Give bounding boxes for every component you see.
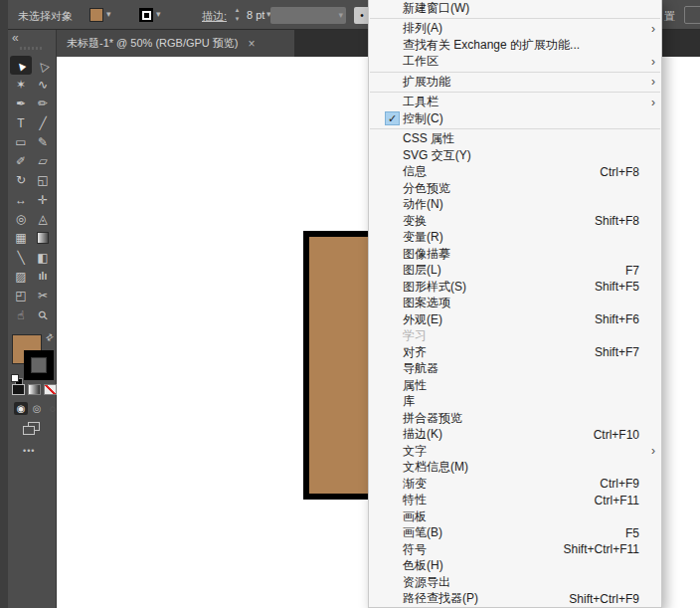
menu-item[interactable]: 新建窗口(W): [369, 0, 661, 17]
selection-tool[interactable]: ▲: [10, 56, 32, 75]
none-button[interactable]: [44, 384, 57, 395]
shape-builder-tool[interactable]: ◎: [10, 209, 32, 228]
menu-item[interactable]: 符号 Shift+Ctrl+F11: [369, 541, 661, 558]
screen-mode-button[interactable]: [23, 422, 41, 436]
artboard-tool[interactable]: ◰: [10, 287, 32, 305]
menu-separator: [370, 92, 660, 93]
menu-item-label: 新建窗口(W): [403, 0, 469, 17]
width-tool[interactable]: ↔: [10, 190, 32, 209]
menu-item[interactable]: 渐变 Ctrl+F9: [369, 476, 661, 493]
menu-item[interactable]: 排列(A) ›: [369, 21, 661, 38]
paintbrush-tool[interactable]: ✎: [32, 132, 54, 151]
pen-tool[interactable]: ✒: [10, 95, 32, 113]
scale-tool[interactable]: ◱: [32, 171, 54, 190]
menu-item[interactable]: 变量(R): [369, 230, 661, 247]
menu-item[interactable]: 属性: [369, 377, 661, 394]
draw-inside-button[interactable]: ◌: [46, 402, 60, 415]
menu-item[interactable]: 导航器: [369, 361, 661, 378]
chevron-down-icon[interactable]: ▾: [156, 9, 161, 19]
stroke-weight-stepper[interactable]: ▴ ▾: [233, 5, 242, 23]
menu-item[interactable]: 拼合器预览: [369, 410, 661, 427]
type-tool[interactable]: T: [10, 113, 32, 132]
rotate-tool[interactable]: ↻: [10, 171, 32, 190]
color-button[interactable]: [12, 384, 25, 395]
menu-item-label: 导航器: [403, 360, 438, 377]
artboard-tool-icon: ◰: [15, 289, 26, 303]
menu-item[interactable]: 文字 ›: [369, 443, 661, 460]
hand-tool[interactable]: ☝: [10, 305, 32, 324]
puppet-warp-tool[interactable]: ✛: [32, 190, 54, 209]
screen-mode-icon: [23, 426, 35, 435]
width-profile-dropdown[interactable]: ▾: [270, 7, 346, 24]
draw-behind-button[interactable]: ◎: [30, 402, 44, 415]
stroke-weight-value[interactable]: 8 pt: [247, 9, 264, 21]
eyedropper-tool[interactable]: ╲: [10, 248, 32, 267]
menu-item-shortcut: Ctrl+F9: [600, 477, 639, 491]
eraser-tool[interactable]: ▱: [32, 151, 54, 170]
mesh-tool[interactable]: ▦: [10, 229, 32, 248]
menu-item[interactable]: 动作(N): [369, 197, 661, 214]
collapse-panel-icon[interactable]: «: [12, 31, 19, 45]
draw-normal-button[interactable]: ◉: [14, 402, 28, 415]
line-segment-tool[interactable]: ╱: [32, 113, 54, 132]
curvature-tool[interactable]: ✏: [32, 95, 54, 113]
menu-item[interactable]: SVG 交互(Y): [369, 147, 661, 164]
menu-item[interactable]: 文档信息(M): [369, 460, 661, 477]
magic-wand-tool[interactable]: ✶: [10, 75, 32, 94]
menu-item[interactable]: 信息 Ctrl+F8: [369, 164, 661, 181]
menu-item[interactable]: 对齐 Shift+F7: [369, 344, 661, 361]
gradient-tool[interactable]: [32, 229, 54, 248]
preferences-button-stub[interactable]: [684, 6, 700, 24]
menu-item[interactable]: 色板(H): [369, 558, 661, 575]
menu-item[interactable]: 资源导出: [369, 574, 661, 591]
lasso-tool[interactable]: ∿: [32, 75, 54, 94]
stepper-down-icon[interactable]: ▾: [236, 14, 240, 23]
menu-item[interactable]: ✓ 控制(C): [369, 110, 661, 127]
menu-item[interactable]: 图案选项: [369, 296, 661, 312]
menu-item[interactable]: 画笔(B) F5: [369, 525, 661, 542]
close-icon[interactable]: ×: [249, 37, 256, 51]
menu-item[interactable]: 外观(E) Shift+F6: [369, 311, 661, 328]
line-segment-tool-icon: ╱: [39, 116, 46, 130]
stepper-up-icon[interactable]: ▴: [236, 5, 240, 14]
stroke-color-swatch[interactable]: [139, 8, 153, 22]
menu-item[interactable]: 描边(K) Ctrl+F10: [369, 427, 661, 444]
fill-color-swatch[interactable]: [89, 8, 103, 22]
rectangle-tool[interactable]: ▭: [10, 132, 32, 151]
panel-grip[interactable]: [20, 47, 44, 50]
stroke-weight-label[interactable]: 描边:: [202, 9, 227, 24]
menu-item[interactable]: 扩展功能 ›: [369, 74, 661, 91]
document-setup-partial-label[interactable]: 置: [664, 9, 675, 24]
menu-item[interactable]: 查找有关 Exchange 的扩展功能...: [369, 37, 661, 54]
zoom-tool[interactable]: ⚲: [32, 305, 54, 324]
menu-item[interactable]: 图形样式(S) Shift+F5: [369, 279, 661, 296]
slice-tool-icon: ✂: [38, 289, 48, 303]
document-tab[interactable]: 未标题-1* @ 50% (RGB/GPU 预览) ×: [57, 30, 294, 57]
menu-item[interactable]: 画板: [369, 508, 661, 525]
shaper-tool[interactable]: ✐: [10, 151, 32, 170]
rectangle-tool-icon: ▭: [15, 135, 26, 149]
symbol-sprayer-tool[interactable]: ▨: [10, 267, 32, 286]
menu-item[interactable]: 图层(L) F7: [369, 263, 661, 280]
menu-item[interactable]: 库: [369, 394, 661, 411]
menu-item[interactable]: 工作区 ›: [369, 54, 661, 71]
menu-item[interactable]: 分色预览: [369, 180, 661, 197]
perspective-grid-tool[interactable]: ◬: [32, 209, 54, 228]
column-graph-tool[interactable]: ılı: [32, 267, 54, 286]
direct-selection-tool[interactable]: △: [32, 56, 54, 75]
menu-item[interactable]: 工具栏 ›: [369, 95, 661, 111]
menu-item[interactable]: 图像描摹: [369, 246, 661, 263]
stroke-swatch[interactable]: [24, 350, 54, 380]
menu-item[interactable]: 变换 Shift+F8: [369, 213, 661, 230]
menu-item[interactable]: 特性 Ctrl+F11: [369, 493, 661, 509]
blend-tool[interactable]: ◧: [32, 248, 54, 267]
chevron-down-icon[interactable]: ▾: [106, 9, 111, 19]
menu-item[interactable]: 路径查找器(P) Shift+Ctrl+F9: [369, 591, 661, 608]
gradient-button[interactable]: [28, 384, 41, 395]
menu-item[interactable]: CSS 属性: [369, 131, 661, 148]
edit-toolbar-button[interactable]: •••: [23, 446, 35, 456]
slice-tool[interactable]: ✂: [32, 287, 54, 305]
menu-separator: [370, 18, 660, 19]
swap-fill-stroke-icon[interactable]: ⇄: [44, 331, 56, 344]
menu-item[interactable]: 学习: [369, 328, 661, 345]
